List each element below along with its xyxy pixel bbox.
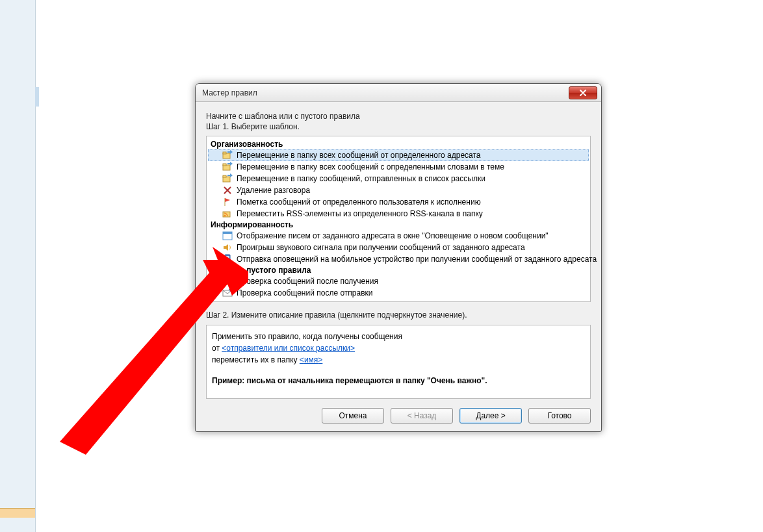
template-label: Переместить RSS-элементы из определенног…	[237, 209, 483, 218]
dialog-title: Мастер правил	[202, 88, 257, 97]
link-sender-label: отправители или список рассылки	[226, 344, 350, 353]
svg-rect-9	[223, 232, 232, 234]
link-folder-label: имя	[304, 355, 318, 364]
template-label: Проверка сообщений после получения	[237, 277, 378, 286]
button-bar: Отмена < Назад Далее > Готово	[206, 408, 591, 424]
close-icon	[580, 90, 586, 96]
template-label: Перемещение в папку сообщений, отправлен…	[237, 174, 485, 183]
template-item[interactable]: Проверка сообщений после получения	[208, 275, 589, 287]
template-label: Отображение писем от заданного адресата …	[237, 231, 549, 240]
template-item[interactable]: Отображение писем от заданного адресата …	[208, 230, 589, 242]
desc-line2-prefix: от	[212, 344, 222, 353]
folder-move-icon	[222, 162, 233, 172]
desc-line1: Применить это правило, когда получены со…	[212, 331, 585, 342]
template-item[interactable]: Переместить RSS-элементы из определенног…	[208, 208, 589, 220]
folder-move-icon	[222, 150, 233, 160]
dialog-body: Начните с шаблона или с пустого правила …	[196, 102, 601, 431]
background-bottom-bar	[0, 508, 35, 518]
template-label: Перемещение в папку всех сообщений с опр…	[237, 162, 504, 171]
finish-button[interactable]: Готово	[528, 408, 591, 424]
step2-label: Шаг 2. Измените описание правила (щелкни…	[206, 310, 591, 320]
desc-line3: переместить их в папку <имя>	[212, 354, 585, 366]
template-item[interactable]: Отправка оповещений на мобильное устройс…	[208, 253, 589, 265]
template-list: Организованность Перемещение в папку все…	[206, 136, 591, 302]
group-header-blank: Начать с пустого правила	[208, 265, 589, 275]
template-label: Проигрыш звукового сигнала при получении…	[237, 243, 525, 252]
template-item[interactable]: Пометка сообщений от определенного польз…	[208, 196, 589, 208]
link-folder[interactable]: <имя>	[300, 355, 322, 364]
folder-move-icon	[222, 173, 233, 184]
template-label: Отправка оповещений на мобильное устройс…	[237, 255, 597, 264]
close-button[interactable]	[569, 86, 597, 99]
template-item[interactable]: Удаление разговора	[208, 184, 589, 196]
svg-rect-3	[223, 164, 226, 166]
desc-example: Пример: письма от начальника перемещаютс…	[212, 375, 585, 386]
template-label: Перемещение в папку всех сообщений от оп…	[237, 151, 481, 160]
template-label: Проверка сообщений после отправки	[237, 288, 372, 298]
back-button[interactable]: < Назад	[391, 408, 453, 424]
titlebar: Мастер правил	[196, 84, 601, 102]
svg-rect-5	[223, 175, 226, 177]
rss-move-icon	[222, 209, 233, 219]
intro-text: Начните с шаблона или с пустого правила	[206, 111, 591, 121]
desc-line2: от <отправители или список рассылки>	[212, 342, 585, 354]
group-header-organized: Организованность	[208, 139, 589, 149]
background-left-strip	[0, 0, 36, 532]
link-sender[interactable]: <отправители или список рассылки>	[222, 344, 355, 353]
svg-point-7	[224, 215, 226, 217]
template-item[interactable]: Проверка сообщений после отправки	[208, 287, 589, 299]
template-label: Удаление разговора	[237, 186, 310, 195]
template-item[interactable]: Перемещение в папку сообщений, отправлен…	[208, 173, 589, 184]
sound-icon	[222, 242, 233, 253]
template-item[interactable]: Перемещение в папку всех сообщений с опр…	[208, 161, 589, 173]
cancel-button[interactable]: Отмена	[322, 408, 384, 424]
svg-rect-1	[223, 152, 226, 154]
template-label: Пометка сообщений от определенного польз…	[237, 197, 481, 207]
template-item[interactable]: Проигрыш звукового сигнала при получении…	[208, 242, 589, 253]
template-item[interactable]: Перемещение в папку всех сообщений от оп…	[208, 149, 589, 161]
flag-icon	[222, 197, 233, 207]
rule-description-box: Применить это правило, когда получены со…	[206, 325, 591, 399]
svg-rect-11	[226, 256, 229, 261]
mail-in-icon	[222, 276, 233, 286]
background-accent	[35, 87, 39, 107]
desc-line3-prefix: переместить их в папку	[212, 355, 300, 364]
step1-label: Шаг 1. Выберите шаблон.	[206, 121, 591, 132]
delete-icon	[222, 185, 233, 196]
next-button[interactable]: Далее >	[459, 408, 522, 424]
mail-out-icon	[222, 288, 233, 298]
rules-wizard-dialog: Мастер правил Начните с шаблона или с пу…	[195, 83, 602, 432]
alert-window-icon	[222, 231, 233, 241]
group-header-informed: Информированность	[208, 220, 589, 230]
mobile-icon	[222, 254, 233, 264]
